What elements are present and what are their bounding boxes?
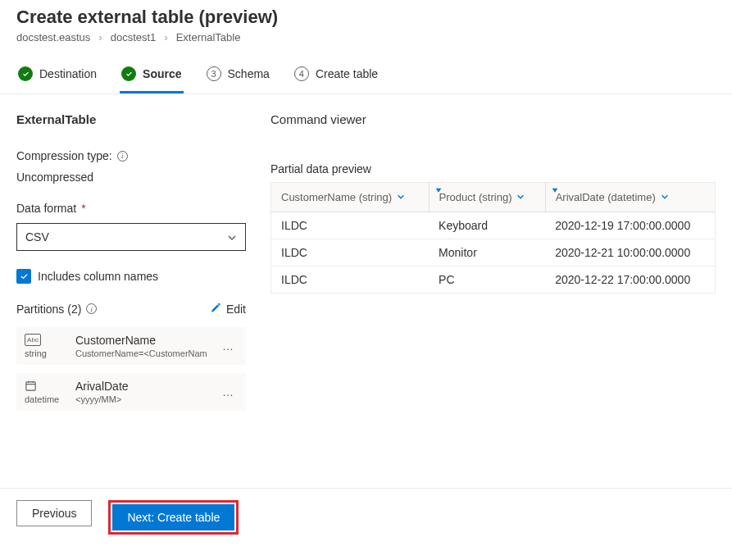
- previous-button[interactable]: Previous: [16, 500, 92, 526]
- partition-item: datetime ArivalDate <yyyy/MM> …: [16, 373, 246, 411]
- partition-item: Abc string CustomerName CustomerName=<Cu…: [16, 327, 246, 365]
- partial-data-preview-title: Partial data preview: [271, 162, 716, 175]
- check-icon: [18, 66, 33, 81]
- step-number-badge: 4: [294, 66, 309, 81]
- data-format-value: CSV: [25, 230, 49, 244]
- breadcrumb-item[interactable]: docstest1: [111, 31, 157, 43]
- column-header-customername[interactable]: CustomerName (string): [271, 183, 430, 212]
- breadcrumb: docstest.eastus › docstest1 › ExternalTa…: [16, 31, 716, 43]
- compression-type-label: Compression type: i: [16, 149, 246, 162]
- step-schema[interactable]: 3 Schema: [205, 58, 271, 93]
- table-cell: ILDC: [271, 266, 430, 294]
- table-cell: 2020-12-19 17:00:00.0000: [545, 212, 715, 239]
- step-label: Create table: [316, 67, 378, 80]
- more-icon[interactable]: …: [219, 339, 238, 353]
- next-create-table-button[interactable]: Next: Create table: [112, 504, 234, 530]
- partition-type: string: [25, 348, 47, 358]
- partition-name: CustomerName: [75, 334, 207, 347]
- table-cell: 2020-12-21 10:00:00.0000: [545, 239, 715, 266]
- required-marker: *: [81, 202, 85, 215]
- table-cell: Keyboard: [429, 212, 545, 239]
- pencil-icon: [210, 302, 221, 316]
- chevron-down-icon: [661, 191, 669, 203]
- info-icon[interactable]: i: [86, 303, 97, 314]
- column-sort-icon: [551, 185, 559, 198]
- partition-pattern: <yyyy/MM>: [75, 394, 207, 404]
- column-header-product[interactable]: Product (string): [429, 183, 545, 212]
- step-label: Schema: [228, 67, 270, 80]
- compression-type-value: Uncompressed: [16, 171, 246, 184]
- step-label: Destination: [39, 67, 97, 80]
- datetime-type-icon: [25, 380, 37, 392]
- table-cell: ILDC: [271, 239, 430, 266]
- chevron-right-icon: ›: [98, 31, 102, 43]
- data-format-label: Data format *: [16, 202, 246, 215]
- check-icon: [121, 66, 136, 81]
- partition-type: datetime: [25, 394, 59, 404]
- chevron-down-icon: [397, 191, 405, 203]
- partitions-label: Partitions (2) i: [16, 303, 97, 316]
- edit-partitions-button[interactable]: Edit: [210, 302, 246, 316]
- table-row: ILDCKeyboard2020-12-19 17:00:00.0000: [271, 212, 716, 239]
- table-cell: Monitor: [429, 239, 545, 266]
- page-title: Create external table (preview): [16, 7, 716, 28]
- table-cell: 2020-12-22 17:00:00.0000: [545, 266, 715, 294]
- command-viewer-title: Command viewer: [271, 112, 716, 126]
- step-create-table[interactable]: 4 Create table: [293, 58, 380, 93]
- includes-column-names-label: Includes column names: [38, 270, 158, 283]
- preview-table: CustomerName (string) Product (string): [271, 182, 716, 294]
- step-label: Source: [143, 67, 181, 80]
- next-button-highlight: Next: Create table: [108, 500, 239, 535]
- step-destination[interactable]: Destination: [16, 58, 98, 93]
- step-number-badge: 3: [207, 66, 221, 81]
- table-name-heading: ExternalTable: [16, 112, 246, 126]
- table-cell: PC: [429, 266, 545, 294]
- string-type-icon: Abc: [25, 334, 41, 346]
- info-icon[interactable]: i: [117, 151, 128, 162]
- partition-pattern: CustomerName=<CustomerName: [75, 348, 207, 358]
- breadcrumb-item[interactable]: docstest.eastus: [16, 31, 90, 43]
- column-header-arivaldate[interactable]: ArivalDate (datetime): [545, 183, 715, 212]
- chevron-down-icon: [227, 232, 237, 242]
- data-format-select[interactable]: CSV: [16, 223, 246, 251]
- partition-name: ArivalDate: [75, 380, 207, 393]
- includes-column-names-checkbox[interactable]: Includes column names: [16, 269, 246, 284]
- wizard-steps: Destination Source 3 Schema 4 Create tab…: [0, 58, 732, 94]
- svg-rect-0: [26, 382, 35, 390]
- breadcrumb-item[interactable]: ExternalTable: [176, 31, 241, 43]
- step-source[interactable]: Source: [120, 58, 183, 93]
- checkbox-checked-icon: [16, 269, 31, 284]
- table-cell: ILDC: [271, 212, 430, 239]
- chevron-right-icon: ›: [164, 31, 167, 43]
- table-row: ILDCPC2020-12-22 17:00:00.0000: [271, 266, 716, 294]
- column-sort-icon: [434, 185, 443, 198]
- table-row: ILDCMonitor2020-12-21 10:00:00.0000: [271, 239, 716, 266]
- chevron-down-icon: [516, 191, 525, 203]
- more-icon[interactable]: …: [219, 385, 238, 398]
